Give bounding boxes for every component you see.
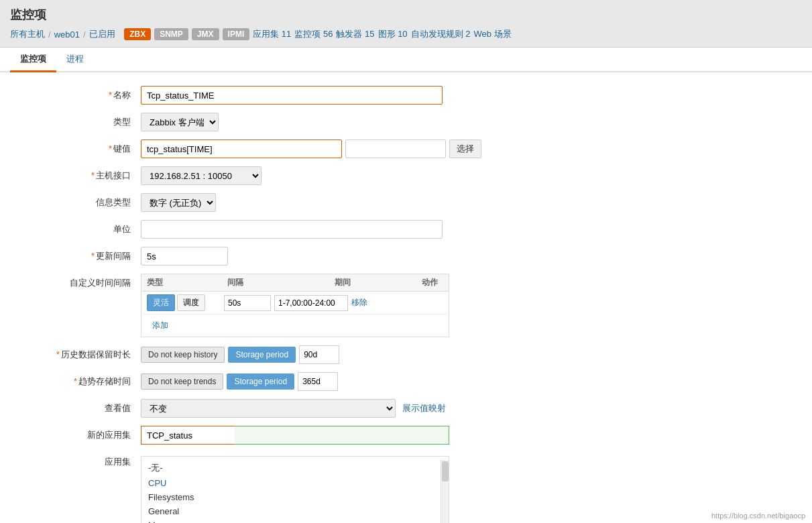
tab-zbx[interactable]: ZBX <box>124 28 151 40</box>
history-label: *历史数据保留时长 <box>20 345 141 361</box>
page-title: 监控项 <box>10 7 802 23</box>
show-mapping-link[interactable]: 展示值映射 <box>402 402 446 414</box>
host-interface-select[interactable]: 192.168.2.51 : 10050 <box>141 166 262 185</box>
trends-label: *趋势存储时间 <box>20 372 141 388</box>
new-app-row: 新的应用集 <box>20 426 792 445</box>
key-row: *键值 选择 <box>20 139 792 158</box>
key-input[interactable] <box>141 139 342 158</box>
breadcrumb-sep1: / <box>48 30 51 40</box>
top-nav: 所有主机 / web01 / 已启用 ZBX SNMP JMX IPMI 应用集… <box>10 28 802 40</box>
interval-add-link[interactable]: 添加 <box>147 317 174 334</box>
name-input[interactable] <box>141 86 443 105</box>
host-interface-label: *主机接口 <box>20 166 141 182</box>
type-btn-group: 灵活 调度 <box>147 294 221 311</box>
app-list-scrollable: -无- CPU Filesystems General Memory Netwo… <box>141 460 449 523</box>
update-interval-input[interactable] <box>141 247 228 266</box>
type-select[interactable]: Zabbix 客户端 <box>141 113 219 131</box>
nav-web[interactable]: Web 场景 <box>473 28 511 40</box>
info-type-select[interactable]: 数字 (无正负) <box>141 193 216 212</box>
interval-header-interval: 间隔 <box>227 277 335 288</box>
tab-items[interactable]: 监控项 <box>10 48 56 72</box>
unit-input[interactable] <box>141 220 443 239</box>
breadcrumb-sep2: / <box>83 30 86 40</box>
app-item-filesystems[interactable]: Filesystems <box>141 490 441 504</box>
history-value-input[interactable] <box>299 345 339 364</box>
interval-header-type: 类型 <box>147 277 227 288</box>
unit-label: 单位 <box>20 220 141 235</box>
tab-ipmi[interactable]: IPMI <box>223 28 250 40</box>
trends-value-input[interactable] <box>298 372 338 391</box>
type-row: 类型 Zabbix 客户端 <box>20 113 792 131</box>
trends-row: *趋势存储时间 Do not keep trends Storage perio… <box>20 372 792 391</box>
interval-add-row: 添加 <box>141 314 449 337</box>
unit-row: 单位 <box>20 220 792 239</box>
nav-sep3 <box>119 30 121 40</box>
history-storage-btn[interactable]: Storage period <box>228 347 296 363</box>
key-input-group: 选择 <box>141 139 481 158</box>
trends-toggle-btn[interactable]: Do not keep trends <box>141 373 223 390</box>
app-list-label: 应用集 <box>20 453 141 468</box>
interval-remove-link[interactable]: 移除 <box>351 297 367 308</box>
nav-discover[interactable]: 自动发现规则 2 <box>411 28 471 40</box>
history-toggle-btn[interactable]: Do not keep history <box>141 347 225 363</box>
tab-jmx[interactable]: JMX <box>192 28 219 40</box>
app-item-none[interactable]: -无- <box>141 460 441 476</box>
trends-controls: Do not keep trends Storage period <box>141 372 338 391</box>
watermark: https://blog.csdn.net/bigaocp <box>711 512 805 520</box>
app-list-row: 应用集 -无- CPU Filesystems General Memory N… <box>20 453 792 523</box>
key-extra-input[interactable] <box>345 139 446 158</box>
update-interval-row: *更新间隔 <box>20 247 792 266</box>
form-container: *名称 类型 Zabbix 客户端 *键值 选择 *主机接口 <box>0 72 812 523</box>
host-interface-row: *主机接口 192.168.2.51 : 10050 <box>20 166 792 185</box>
type-btn-schedule[interactable]: 调度 <box>177 294 205 311</box>
app-item-memory[interactable]: Memory <box>141 518 441 523</box>
nav-status[interactable]: 已启用 <box>89 28 115 40</box>
app-item-general[interactable]: General <box>141 504 441 518</box>
app-list-box: -无- CPU Filesystems General Memory Netwo… <box>141 456 449 523</box>
custom-interval-row: 自定义时间间隔 类型 间隔 期间 动作 灵活 调度 <box>20 274 792 337</box>
type-label: 类型 <box>20 113 141 128</box>
interval-header: 类型 间隔 期间 动作 <box>141 274 449 292</box>
update-interval-label: *更新间隔 <box>20 247 141 262</box>
interval-table: 类型 间隔 期间 动作 灵活 调度 移除 <box>141 274 449 337</box>
app-item-cpu[interactable]: CPU <box>141 476 441 490</box>
custom-interval-label: 自定义时间间隔 <box>20 274 141 289</box>
app-dropdown-area[interactable] <box>235 426 449 445</box>
interval-row-0: 灵活 调度 移除 <box>141 292 449 314</box>
check-value-select[interactable]: 不变 <box>141 399 396 418</box>
tab-snmp[interactable]: SNMP <box>154 28 188 40</box>
new-app-label: 新的应用集 <box>20 426 141 441</box>
type-btn-flex[interactable]: 灵活 <box>147 294 175 311</box>
page-header: 监控项 所有主机 / web01 / 已启用 ZBX SNMP JMX IPMI… <box>0 0 812 48</box>
check-value-label: 查看值 <box>20 399 141 414</box>
nav-items[interactable]: 监控项 56 <box>294 28 333 40</box>
nav-apps[interactable]: 应用集 11 <box>253 28 291 40</box>
name-label: *名称 <box>20 86 141 101</box>
interval-period-input[interactable] <box>274 295 348 311</box>
name-row: *名称 <box>20 86 792 105</box>
interval-value-input[interactable] <box>224 295 271 311</box>
trends-storage-btn[interactable]: Storage period <box>227 373 294 390</box>
interval-header-action: 动作 <box>422 277 443 288</box>
key-select-button[interactable]: 选择 <box>449 139 481 158</box>
nav-host[interactable]: web01 <box>54 30 80 40</box>
tab-bar: 监控项 进程 <box>0 48 812 72</box>
app-scrollbar-thumb <box>442 461 449 481</box>
nav-graphs[interactable]: 图形 10 <box>378 28 408 40</box>
history-controls: Do not keep history Storage period <box>141 345 339 364</box>
history-row: *历史数据保留时长 Do not keep history Storage pe… <box>20 345 792 364</box>
key-label: *键值 <box>20 139 141 155</box>
interval-table-wrapper: 类型 间隔 期间 动作 灵活 调度 移除 <box>141 274 449 337</box>
app-list-items: -无- CPU Filesystems General Memory Netwo… <box>141 460 441 523</box>
check-value-row: 查看值 不变 展示值映射 <box>20 399 792 418</box>
info-type-label: 信息类型 <box>20 193 141 209</box>
nav-all-hosts[interactable]: 所有主机 <box>10 28 45 40</box>
tab-process[interactable]: 进程 <box>56 48 94 72</box>
nav-triggers[interactable]: 触发器 15 <box>336 28 374 40</box>
main-content: 监控项 进程 *名称 类型 Zabbix 客户端 *键值 选择 <box>0 48 812 523</box>
new-app-input-wrapper <box>141 426 449 445</box>
new-app-input[interactable] <box>141 426 235 445</box>
info-type-row: 信息类型 数字 (无正负) <box>20 193 792 212</box>
interval-header-period: 期间 <box>335 277 422 288</box>
app-scrollbar <box>441 460 449 523</box>
